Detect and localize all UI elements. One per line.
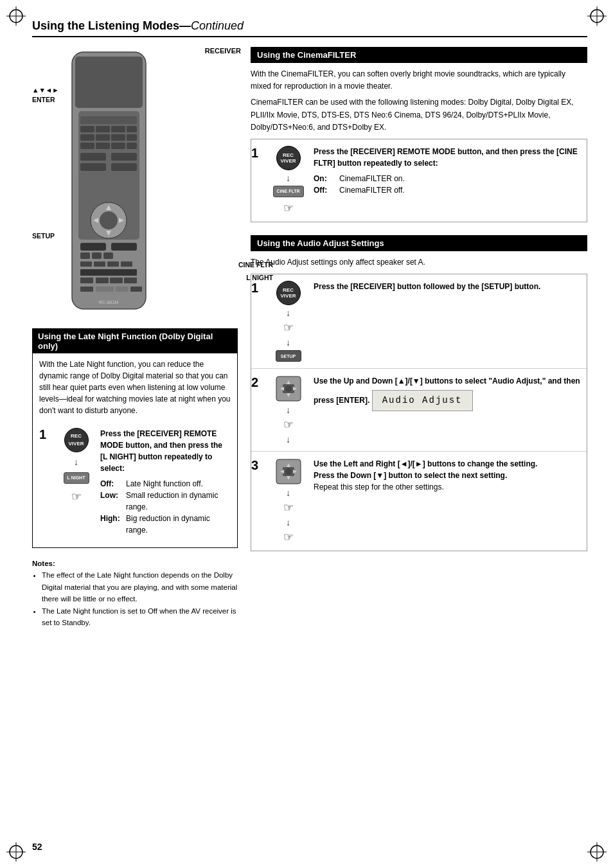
page-number: 52 xyxy=(32,842,42,852)
svg-rect-41 xyxy=(92,252,102,259)
svg-text:RC-881M: RC-881M xyxy=(99,300,118,305)
step1-icons: RECVIVER ↓ L NIGHT ☞ xyxy=(58,428,94,506)
corner-mark-bl xyxy=(6,842,26,862)
cinema-step1-num: 1 xyxy=(251,146,263,161)
cinema-step1-icons: RECVIVER ↓ CINE FLTR ☞ xyxy=(271,146,306,215)
svg-rect-47 xyxy=(80,269,137,276)
svg-rect-49 xyxy=(96,278,109,283)
l-night-btn-icon: L NIGHT xyxy=(64,472,89,484)
audio-step2-text: Use the Up and Down [▲]/[▼] buttons to s… xyxy=(314,375,587,411)
svg-rect-26 xyxy=(80,134,94,141)
svg-rect-23 xyxy=(96,126,110,132)
cinema-filter-header: Using the CinemaFILTER xyxy=(251,47,587,63)
step-number-1: 1 xyxy=(39,428,52,441)
audio-adjust-steps: 1 RECVIVER ↓ ☞ ↓ SETUP Press the [RECEIV… xyxy=(251,274,587,551)
svg-rect-50 xyxy=(110,278,123,283)
audio-step1-num: 1 xyxy=(251,281,263,296)
svg-rect-33 xyxy=(127,143,137,149)
option-high: High:Big reduction in dynamic range. xyxy=(100,513,231,536)
late-night-body: With the Late Night function, you can re… xyxy=(33,353,237,547)
svg-rect-52 xyxy=(80,287,93,292)
svg-rect-43 xyxy=(80,261,92,267)
receiver-btn-icon: RECVIVER xyxy=(64,428,89,452)
note-item-1: The effect of the Late Night function de… xyxy=(42,569,238,605)
svg-rect-35 xyxy=(111,153,137,161)
svg-rect-27 xyxy=(96,134,110,141)
svg-rect-51 xyxy=(124,278,137,283)
svg-rect-22 xyxy=(80,126,94,132)
audio-step3: 3 xyxy=(251,452,587,551)
corner-mark-br xyxy=(587,842,607,862)
svg-rect-54 xyxy=(116,287,129,292)
page-header: Using the Listening Modes—Continued xyxy=(32,19,587,37)
audio-step1-text: Press the [RECEIVER] button followed by … xyxy=(314,281,587,292)
svg-rect-32 xyxy=(111,143,125,149)
svg-rect-42 xyxy=(103,252,113,259)
svg-rect-31 xyxy=(96,143,110,149)
hand-finger-2: ☞ xyxy=(283,418,294,432)
hand-finger-3b: ☞ xyxy=(283,530,294,544)
audio-adjust-header: Using the Audio Adjust Settings xyxy=(251,235,587,251)
svg-rect-24 xyxy=(111,126,125,132)
hand-finger-3: ☞ xyxy=(283,500,294,515)
cine-fltr-label: CINE FLTR xyxy=(238,261,273,269)
svg-rect-36 xyxy=(80,163,106,171)
audio-adjust-display: Audio Adjust xyxy=(372,390,473,411)
main-layout: ▲▼◄►ENTER SETUP RECEIVER xyxy=(32,47,587,628)
svg-rect-13 xyxy=(75,57,143,108)
late-night-step1: 1 RECVIVER ↓ L NIGHT ☞ Press the [RECEIV… xyxy=(39,421,231,542)
note-item-2: The Late Night function is set to Off wh… xyxy=(42,605,238,629)
audio-step3-icons: ↓ ☞ ↓ ☞ xyxy=(271,458,306,544)
audio-adjust-intro: The Audio Adjust settings only affect sp… xyxy=(251,256,587,269)
svg-point-63 xyxy=(285,385,292,392)
cine-fltr-btn-icon: CINE FLTR xyxy=(273,186,304,197)
audio-step2-icons: ↓ ☞ ↓ xyxy=(271,375,306,445)
notes-list: The effect of the Late Night function de… xyxy=(32,569,238,628)
svg-rect-21 xyxy=(80,116,137,124)
svg-rect-34 xyxy=(80,153,106,161)
l-night-label: L NIGHT xyxy=(246,274,273,281)
cinema-step1: 1 RECVIVER ↓ CINE FLTR ☞ Press the [RECE… xyxy=(251,139,587,222)
late-night-header: Using the Late Night Function (Dolby Dig… xyxy=(33,329,237,353)
svg-point-70 xyxy=(285,468,292,475)
audio-step3-text: Use the Left and Right [◄]/[►] buttons t… xyxy=(314,458,587,493)
receiver-label: RECEIVER xyxy=(205,47,241,55)
cinema-step1-text: Press the [RECEIVER] REMOTE MODE button,… xyxy=(314,146,587,196)
late-night-intro: With the Late Night function, you can re… xyxy=(39,359,231,416)
svg-rect-30 xyxy=(80,143,94,149)
svg-rect-48 xyxy=(80,278,93,283)
page: Using the Listening Modes—Continued ▲▼◄►… xyxy=(0,0,613,868)
nav-icon xyxy=(275,375,302,402)
audio-step2-num: 2 xyxy=(251,375,263,390)
svg-point-16 xyxy=(100,211,118,229)
svg-rect-55 xyxy=(130,287,142,292)
hand-icon-cinema: ☞ xyxy=(283,201,294,215)
svg-rect-25 xyxy=(127,126,137,132)
nav-icon-3 xyxy=(275,458,302,485)
audio-step2: 2 xyxy=(251,369,587,452)
remote-control-svg: RC-881M xyxy=(62,47,155,317)
audio-receiver-icon: RECVIVER xyxy=(276,281,301,305)
notes-section: Notes: The effect of the Late Night func… xyxy=(32,558,238,628)
label-setup: SETUP xyxy=(32,232,59,240)
svg-rect-37 xyxy=(111,163,137,171)
cinema-intro2: CinemaFILTER can be used with the follow… xyxy=(251,96,587,134)
cinema-filter-body: With the CinemaFILTER, you can soften ov… xyxy=(251,68,587,134)
svg-rect-53 xyxy=(96,287,114,292)
hand-finger-1: ☞ xyxy=(283,321,294,335)
svg-rect-46 xyxy=(121,261,132,267)
svg-rect-39 xyxy=(111,243,137,251)
audio-step1: 1 RECVIVER ↓ ☞ ↓ SETUP Press the [RECEIV… xyxy=(251,274,587,369)
right-column: Using the CinemaFILTER With the CinemaFI… xyxy=(251,47,587,564)
audio-step3-num: 3 xyxy=(251,458,263,473)
corner-mark-tl xyxy=(6,6,26,26)
hand-icon-1: ☞ xyxy=(71,488,82,506)
cinema-option-off: Off:CinemaFILTER off. xyxy=(314,184,587,196)
option-low: Low:Small reduction in dynamic range. xyxy=(100,490,231,513)
corner-mark-tr xyxy=(587,6,607,26)
option-off: Off:Late Night function off. xyxy=(100,478,231,490)
audio-step1-icons: RECVIVER ↓ ☞ ↓ SETUP xyxy=(271,281,306,362)
svg-rect-45 xyxy=(107,261,119,267)
svg-rect-29 xyxy=(127,134,137,141)
cinema-filter-section: Using the CinemaFILTER With the CinemaFI… xyxy=(251,47,587,222)
